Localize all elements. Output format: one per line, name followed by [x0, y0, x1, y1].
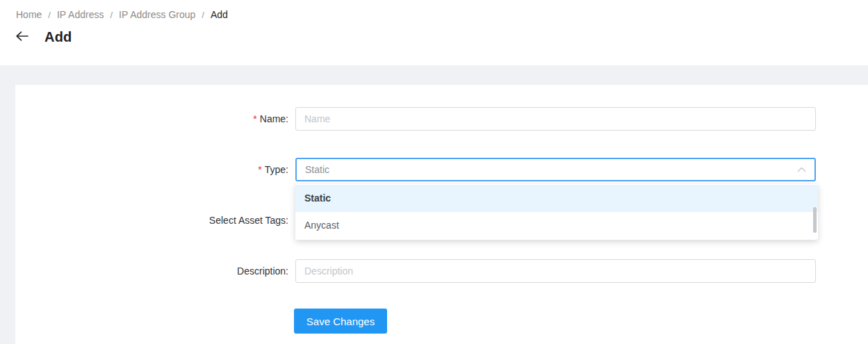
- chevron-up-icon: [797, 167, 806, 172]
- type-label: *Type:: [15, 158, 295, 181]
- form-row-description: Description:: [15, 259, 868, 283]
- back-button[interactable]: [15, 31, 29, 44]
- breadcrumb-ip-address[interactable]: IP Address: [57, 9, 104, 20]
- dropdown-option-static[interactable]: Static: [295, 185, 818, 212]
- name-label-text: Name:: [260, 113, 288, 124]
- asset-tags-label-text: Select Asset Tags:: [209, 215, 288, 226]
- content-area: *Name: *Type: Static: [0, 65, 868, 344]
- breadcrumb-home[interactable]: Home: [16, 9, 42, 20]
- type-dropdown-menu: Static Anycast: [295, 184, 818, 240]
- dropdown-scrollbar-thumb[interactable]: [813, 207, 817, 233]
- breadcrumb-separator: /: [202, 10, 204, 20]
- name-label: *Name:: [15, 107, 295, 131]
- asset-tags-label: Select Asset Tags:: [15, 208, 295, 232]
- breadcrumb-ip-address-group[interactable]: IP Address Group: [119, 9, 195, 20]
- arrow-left-icon: [15, 31, 29, 44]
- type-select-value: Static: [305, 164, 329, 175]
- breadcrumb-separator: /: [48, 10, 51, 20]
- page-title: Add: [44, 29, 72, 45]
- description-input[interactable]: [295, 259, 816, 283]
- required-asterisk: *: [258, 164, 261, 175]
- dropdown-option-anycast[interactable]: Anycast: [295, 212, 818, 239]
- type-label-text: Type:: [265, 164, 288, 175]
- page-header: Home / IP Address / IP Address Group / A…: [0, 0, 868, 65]
- breadcrumb: Home / IP Address / IP Address Group / A…: [16, 0, 868, 20]
- type-select[interactable]: Static: [295, 158, 816, 181]
- breadcrumb-current: Add: [211, 9, 228, 20]
- breadcrumb-separator: /: [110, 10, 113, 20]
- form-row-name: *Name:: [15, 107, 868, 131]
- required-asterisk: *: [253, 113, 256, 124]
- description-label-text: Description:: [237, 265, 288, 277]
- description-label: Description:: [15, 259, 295, 283]
- form-card: *Name: *Type: Static: [15, 85, 868, 344]
- form-row-type: *Type: Static Static Anycast: [15, 158, 868, 181]
- name-input[interactable]: [295, 107, 816, 131]
- save-changes-button[interactable]: Save Changes: [294, 309, 387, 334]
